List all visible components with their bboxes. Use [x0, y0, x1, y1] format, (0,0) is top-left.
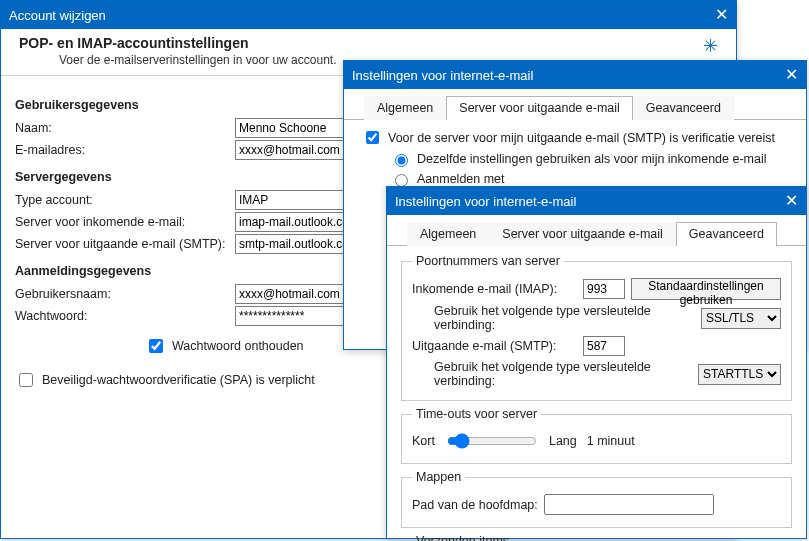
encryption-in-label: Gebruik het volgende type versleutelde v… — [434, 304, 695, 332]
w2-tabs: Algemeen Server voor uitgaande e-mail Ge… — [344, 95, 806, 120]
fieldset-folders: Mappen Pad van de hoofdmap: — [401, 470, 792, 528]
tab-general[interactable]: Algemeen — [364, 96, 446, 120]
auth-required-label: Voor de server voor mijn uitgaande e-mai… — [388, 131, 775, 145]
incoming-port-label: Inkomende e-mail (IMAP): — [412, 282, 577, 296]
login-with-label: Aanmelden met — [417, 172, 505, 186]
w2-titlebar: Instellingen voor internet-e-mail ✕ — [344, 61, 806, 89]
email-label: E-mailadres: — [15, 143, 235, 157]
fieldset-ports: Poortnummers van server Inkomende e-mail… — [401, 254, 792, 401]
remember-password-checkbox[interactable] — [149, 339, 163, 353]
timeout-value: 1 minuut — [587, 434, 635, 448]
fieldset-folders-legend: Mappen — [412, 470, 465, 484]
encryption-out-label: Gebruik het volgende type versleutelde v… — [434, 360, 692, 388]
w1-header-sub: Voer de e-mailserverinstellingen in voor… — [59, 53, 336, 67]
tab-outgoing[interactable]: Server voor uitgaande e-mail — [489, 222, 676, 246]
timeout-long-label: Lang — [549, 434, 577, 448]
tab-outgoing[interactable]: Server voor uitgaande e-mail — [446, 96, 633, 120]
tab-general[interactable]: Algemeen — [407, 222, 489, 246]
tab-advanced[interactable]: Geavanceerd — [676, 222, 777, 246]
name-label: Naam: — [15, 121, 235, 135]
fieldset-timeouts-legend: Time-outs voor server — [412, 407, 541, 421]
w3-body: Algemeen Server voor uitgaande e-mail Ge… — [387, 215, 806, 541]
in-server-label: Server voor inkomende e-mail: — [15, 215, 235, 229]
incoming-port-field[interactable] — [583, 279, 625, 299]
w2-title: Instellingen voor internet-e-mail — [352, 68, 533, 83]
close-icon[interactable]: ✕ — [785, 193, 798, 209]
tab-advanced[interactable]: Geavanceerd — [633, 96, 734, 120]
w3-tabs: Algemeen Server voor uitgaande e-mail Ge… — [387, 221, 806, 246]
timeout-short-label: Kort — [412, 434, 435, 448]
w3-titlebar: Instellingen voor internet-e-mail ✕ — [387, 187, 806, 215]
w2-body: Algemeen Server voor uitgaande e-mail Ge… — [344, 89, 806, 201]
password-label: Wachtwoord: — [15, 309, 235, 323]
outgoing-port-field[interactable] — [583, 336, 625, 356]
encryption-out-select[interactable]: STARTTLS — [698, 364, 781, 385]
w1-title: Account wijzigen — [9, 8, 106, 23]
close-icon[interactable]: ✕ — [715, 7, 728, 23]
type-label: Type account: — [15, 193, 235, 207]
username-label: Gebruikersnaam: — [15, 287, 235, 301]
timeout-slider[interactable] — [447, 433, 537, 449]
out-server-label: Server voor uitgaande e-mail (SMTP): — [15, 237, 235, 251]
outgoing-port-label: Uitgaande e-mail (SMTP): — [412, 339, 577, 353]
rootpath-field[interactable] — [544, 494, 714, 515]
close-icon[interactable]: ✕ — [785, 67, 798, 83]
encryption-in-select[interactable]: SSL/TLS — [701, 308, 781, 329]
fieldset-sent: Verzonden items Geen kopieën van verzond… — [401, 534, 792, 541]
auth-required-checkbox[interactable] — [366, 131, 379, 144]
w1-header-title: POP- en IMAP-accountinstellingen — [19, 35, 336, 51]
fieldset-sent-legend: Verzonden items — [412, 534, 513, 541]
fieldset-timeouts: Time-outs voor server Kort Lang 1 minuut — [401, 407, 792, 464]
same-settings-radio[interactable] — [395, 154, 408, 167]
rootpath-label: Pad van de hoofdmap: — [412, 498, 538, 512]
fieldset-ports-legend: Poortnummers van server — [412, 254, 564, 268]
w1-titlebar: Account wijzigen ✕ — [1, 1, 736, 29]
loading-icon: ✳ — [703, 35, 718, 57]
w3-title: Instellingen voor internet-e-mail — [395, 194, 576, 209]
remember-password-label: Wachtwoord onthouden — [172, 339, 304, 353]
spa-label: Beveiligd-wachtwoordverificatie (SPA) is… — [42, 373, 315, 387]
internet-email-settings-window-2: Instellingen voor internet-e-mail ✕ Alge… — [386, 186, 807, 539]
spa-checkbox[interactable] — [19, 373, 33, 387]
defaults-button[interactable]: Standaardinstellingen gebruiken — [631, 278, 781, 300]
same-settings-label: Dezelfde instellingen gebruiken als voor… — [417, 152, 767, 166]
